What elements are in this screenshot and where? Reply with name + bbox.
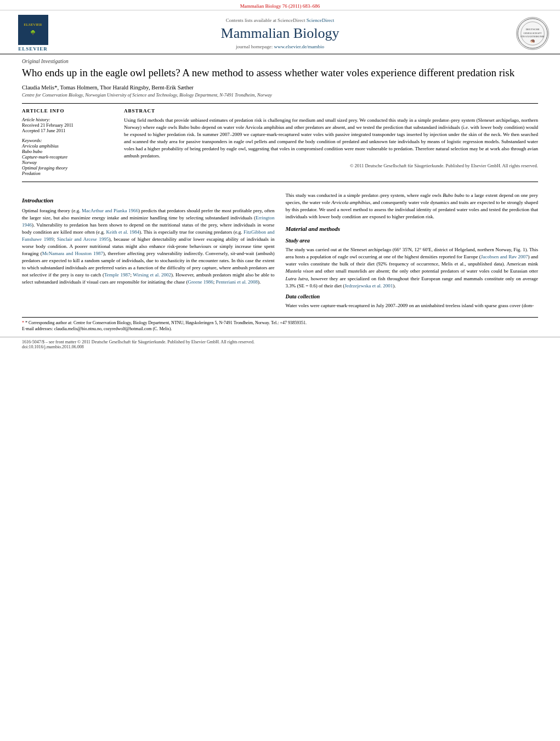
body-left-column: Introduction Optimal foraging theory (e.… [22, 192, 275, 313]
divider-2 [22, 182, 538, 182]
dgs-logo-icon: DEUTSCHE GESELLSCHAFT FÜR SÄUGETIERKUNDE… [516, 17, 549, 50]
journal-header: 🌳 ELSEVIER ELSEVIER Contents lists avail… [0, 10, 560, 54]
introduction-para1: Optimal foraging theory (e.g. MacArthur … [22, 207, 275, 286]
introduction-title: Introduction [22, 196, 275, 205]
study-area-title: Study area [286, 237, 539, 245]
page: Mammalian Biology 76 (2011) 683–686 🌳 EL… [0, 0, 560, 741]
material-methods-title: Material and methods [286, 225, 539, 234]
society-logo: DEUTSCHE GESELLSCHAFT FÜR SÄUGETIERKUNDE… [505, 17, 549, 50]
contents-availability: Contents lists available at ScienceDirec… [60, 18, 500, 23]
star-symbol: * [22, 320, 24, 325]
footnotes: * * Corresponding author at: Centre for … [22, 317, 538, 332]
article-main: Original Investigation Who ends up in th… [0, 54, 560, 192]
svg-text:DEUTSCHE: DEUTSCHE [525, 28, 539, 31]
keyword-5: Optimal foraging theory [22, 165, 115, 171]
homepage-url[interactable]: www.elsevier.de/mambio [274, 44, 324, 49]
article-type: Original Investigation [22, 59, 538, 64]
bottom-bar: 1616-5047/$ – see front matter © 2011 De… [0, 337, 560, 352]
data-collection-text: Water voles were capture-mark-recaptured… [286, 302, 539, 309]
elsevier-logo: 🌳 ELSEVIER ELSEVIER [11, 15, 55, 52]
ref-errington[interactable]: Errington 1946 [22, 215, 275, 228]
keyword-3: Capture-mark-recapture [22, 154, 115, 160]
received-date: Received 21 February 2011 [22, 122, 115, 128]
ref-mcnamara[interactable]: McNamara and Houston 1987 [42, 251, 103, 256]
svg-text:ELSEVIER: ELSEVIER [24, 22, 42, 27]
affiliation: Centre for Conservation Biology, Norwegi… [22, 92, 538, 98]
keyword-1: Arvicola amphibius [22, 143, 115, 149]
svg-text:🌳: 🌳 [30, 30, 36, 35]
journal-header-center: Contents lists available at ScienceDirec… [55, 18, 505, 49]
keyword-4: Norway [22, 160, 115, 165]
issn-line: 1616-5047/$ – see front matter © 2011 De… [22, 340, 538, 344]
keywords-label: Keywords: [22, 138, 42, 143]
ref-jedrzejewska[interactable]: Jedrzejewska et al. 2001 [344, 283, 393, 289]
article-info-abstract: ARTICLE INFO Article history: Received 2… [22, 108, 538, 176]
copyright-line: © 2011 Deutsche Gesellschaft für Säugeti… [124, 163, 538, 168]
ref-sinclair[interactable]: Sinclair and Arcese 1995 [57, 236, 109, 242]
sciencedirect-link[interactable]: ScienceDirect [307, 18, 334, 23]
study-area-text: The study was carried out at the Slenese… [286, 246, 539, 289]
ref-macarthur[interactable]: MacArthur and Pianka 1966 [82, 208, 138, 213]
journal-citation: Mammalian Biology 76 (2011) 683–686 [240, 3, 320, 9]
abstract-text: Using field methods that provide unbiase… [124, 117, 538, 160]
ref-wirsing[interactable]: Wirsing et al. 2002 [133, 272, 171, 278]
article-info-header: ARTICLE INFO [22, 108, 115, 114]
journal-title: Mammalian Biology [60, 25, 500, 42]
abstract-header: ABSTRACT [124, 108, 538, 114]
journal-homepage: journal homepage: www.elsevier.de/mambio [60, 44, 500, 49]
article-title: Who ends up in the eagle owl pellets? A … [22, 66, 538, 80]
accepted-date: Accepted 17 June 2011 [22, 128, 115, 133]
elsevier-tree-icon: 🌳 ELSEVIER [18, 15, 48, 45]
keyword-6: Predation [22, 171, 115, 176]
corresponding-footnote: * * Corresponding author at: Centre for … [22, 320, 538, 326]
keywords-section: Keywords: Arvicola amphibius Bubo bubo C… [22, 138, 115, 176]
article-info-section: ARTICLE INFO Article history: Received 2… [22, 108, 115, 176]
keyword-2: Bubo bubo [22, 149, 115, 154]
svg-text:GESELLSCHAFT: GESELLSCHAFT [524, 31, 542, 34]
right-para1: This study was conducted in a simple pre… [286, 192, 539, 220]
history-label: Article history: [22, 117, 115, 122]
authors-line: Claudia Melis*, Tomas Holmern, Thor Hara… [22, 84, 538, 90]
ref-penteriani[interactable]: Penteriani et al. 2008 [216, 279, 257, 285]
ref-temple[interactable]: Temple 1987 [104, 272, 130, 278]
divider-1 [22, 103, 538, 104]
ref-greene[interactable]: Greene 1986 [188, 279, 213, 285]
svg-text:🦔: 🦔 [530, 38, 535, 43]
email-footnote: E-mail addresses: claudia.melis@bio.ntnu… [22, 326, 538, 332]
body-right-column: This study was conducted in a simple pre… [286, 192, 539, 313]
elsevier-brand-text: ELSEVIER [18, 46, 48, 52]
doi-line: doi:10.1016/j.mambio.2011.06.008 [22, 344, 538, 349]
ref-jacobsen[interactable]: Jacobsen and Røv 2007 [481, 254, 528, 259]
ref-keith[interactable]: Keith et al. 1984 [106, 229, 140, 235]
journal-citation-bar: Mammalian Biology 76 (2011) 683–686 [0, 0, 560, 10]
abstract-section: ABSTRACT Using field methods that provid… [124, 108, 538, 176]
data-collection-title: Data collection [286, 293, 539, 301]
body-content: Introduction Optimal foraging theory (e.… [0, 192, 560, 313]
svg-text:FÜR SÄUGETIERKUNDE: FÜR SÄUGETIERKUNDE [521, 35, 545, 37]
